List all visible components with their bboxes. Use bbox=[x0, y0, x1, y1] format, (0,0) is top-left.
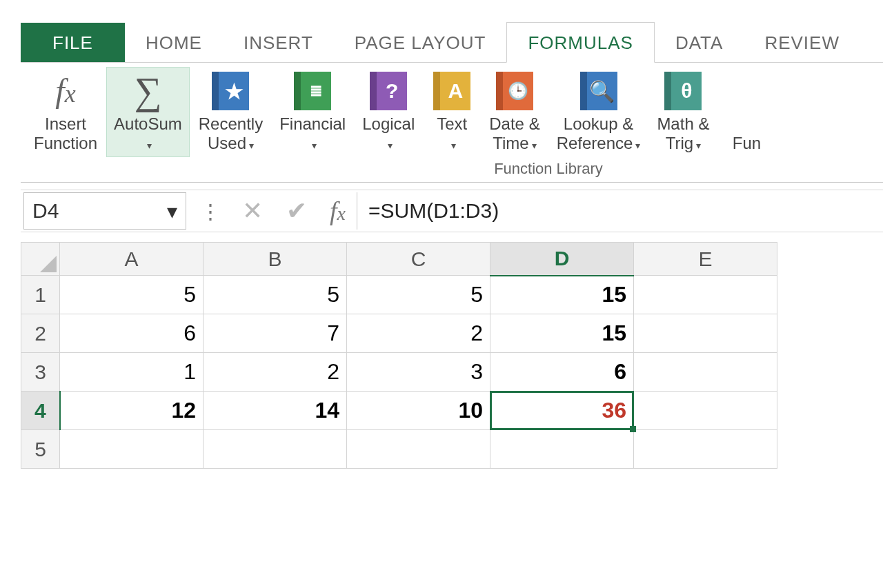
col-header-E[interactable]: E bbox=[634, 243, 777, 276]
cell-B2[interactable]: 7 bbox=[204, 314, 347, 353]
cell-A5[interactable] bbox=[60, 430, 204, 469]
col-header-A[interactable]: A bbox=[60, 243, 204, 276]
cell-E3[interactable] bbox=[634, 353, 777, 392]
insert-function-button[interactable]: fx InsertFunction bbox=[26, 67, 105, 157]
row-header-5[interactable]: 5 bbox=[21, 430, 60, 469]
row-header-4[interactable]: 4 bbox=[21, 392, 60, 430]
tab-review[interactable]: REVIEW bbox=[744, 23, 846, 62]
col-header-C[interactable]: C bbox=[347, 243, 490, 276]
formula-bar-row: D4 ▾ ⋮ ✕ ✔ fx =SUM(D1:D3) bbox=[21, 190, 883, 232]
function-library-group: fx InsertFunction ∑ AutoSum▾ ★ RecentlyU… bbox=[21, 67, 883, 157]
cell-D1[interactable]: 15 bbox=[490, 276, 634, 314]
row-header-2[interactable]: 2 bbox=[21, 314, 60, 353]
cell-A1[interactable]: 5 bbox=[60, 276, 204, 314]
dropdown-caret-icon: ▾ bbox=[696, 140, 701, 151]
cell-B1[interactable]: 5 bbox=[204, 276, 347, 314]
name-box-dropdown-icon[interactable]: ▾ bbox=[167, 199, 177, 223]
ribbon: fx InsertFunction ∑ AutoSum▾ ★ RecentlyU… bbox=[21, 62, 883, 183]
ribbon-tabs: FILE HOME INSERT PAGE LAYOUT FORMULAS DA… bbox=[21, 21, 883, 62]
calendar-book-icon: 🕒 bbox=[494, 70, 535, 112]
sigma-icon: ∑ bbox=[127, 70, 168, 112]
autosum-label: AutoSum bbox=[114, 114, 182, 133]
cell-E4[interactable] bbox=[634, 392, 777, 430]
cell-B4[interactable]: 14 bbox=[204, 392, 347, 430]
financial-button[interactable]: ≣ Financial▾ bbox=[272, 67, 353, 157]
cancel-formula-button[interactable]: ✕ bbox=[230, 196, 275, 225]
lookup-ref-label-2: Reference bbox=[557, 134, 633, 152]
date-time-button[interactable]: 🕒 Date &Time ▾ bbox=[482, 67, 547, 157]
dropdown-caret-icon: ▾ bbox=[249, 140, 254, 151]
fx-icon: fx bbox=[45, 70, 86, 112]
insert-function-fx-button[interactable]: fx bbox=[319, 196, 357, 226]
tab-data[interactable]: DATA bbox=[655, 23, 744, 62]
text-button[interactable]: A Text▾ bbox=[424, 67, 480, 157]
cell-C5[interactable] bbox=[347, 430, 490, 469]
math-trig-button[interactable]: θ Math &Trig ▾ bbox=[649, 67, 717, 157]
tab-insert[interactable]: INSERT bbox=[223, 23, 334, 62]
recently-used-label-1: Recently bbox=[199, 114, 263, 133]
theta-book-icon: θ bbox=[662, 70, 704, 112]
cell-E2[interactable] bbox=[634, 314, 777, 353]
tab-home[interactable]: HOME bbox=[125, 23, 223, 62]
star-book-icon: ★ bbox=[210, 70, 251, 112]
select-all-corner[interactable] bbox=[21, 243, 60, 276]
cell-E1[interactable] bbox=[634, 276, 777, 314]
dropdown-caret-icon: ▾ bbox=[147, 140, 152, 151]
name-box-resize-handle[interactable]: ⋮ bbox=[190, 199, 230, 223]
row-header-1[interactable]: 1 bbox=[21, 276, 60, 314]
formula-bar-input[interactable]: =SUM(D1:D3) bbox=[357, 192, 883, 230]
recently-used-button[interactable]: ★ RecentlyUsed ▾ bbox=[191, 67, 270, 157]
insert-function-label-1: Insert bbox=[45, 114, 86, 133]
dropdown-caret-icon: ▾ bbox=[532, 140, 537, 151]
excel-window: FILE HOME INSERT PAGE LAYOUT FORMULAS DA… bbox=[0, 21, 883, 588]
text-book-icon: A bbox=[431, 70, 473, 112]
ribbon-group-caption: Function Library bbox=[214, 160, 883, 178]
search-book-icon: 🔍 bbox=[578, 70, 619, 112]
cell-C4[interactable]: 10 bbox=[347, 392, 490, 430]
logical-label: Logical bbox=[362, 114, 415, 133]
cell-D4[interactable]: 36 bbox=[490, 392, 634, 430]
name-box-value: D4 bbox=[32, 199, 59, 223]
cell-A4[interactable]: 12 bbox=[60, 392, 204, 430]
recently-used-label-2: Used bbox=[208, 134, 246, 152]
col-header-D[interactable]: D bbox=[490, 243, 634, 276]
math-trig-label-2: Trig bbox=[666, 134, 693, 152]
more-functions-label: Fun bbox=[733, 134, 761, 152]
coins-book-icon: ≣ bbox=[292, 70, 333, 112]
cell-C2[interactable]: 2 bbox=[347, 314, 490, 353]
dropdown-caret-icon: ▾ bbox=[451, 140, 456, 151]
cell-B3[interactable]: 2 bbox=[204, 353, 347, 392]
cell-E5[interactable] bbox=[634, 430, 777, 469]
lookup-ref-label-1: Lookup & bbox=[564, 114, 633, 133]
financial-label: Financial bbox=[279, 114, 346, 133]
cell-B5[interactable] bbox=[204, 430, 347, 469]
math-trig-label-1: Math & bbox=[657, 114, 709, 133]
dropdown-caret-icon: ▾ bbox=[635, 140, 640, 151]
spreadsheet-grid: A B C D E 1 5 5 5 15 2 6 7 2 15 bbox=[21, 242, 883, 469]
dropdown-caret-icon: ▾ bbox=[312, 140, 317, 151]
row-header-3[interactable]: 3 bbox=[21, 353, 60, 392]
tab-file[interactable]: FILE bbox=[21, 23, 125, 62]
insert-function-label-2: Function bbox=[34, 134, 97, 152]
col-header-B[interactable]: B bbox=[204, 243, 347, 276]
cell-D2[interactable]: 15 bbox=[490, 314, 634, 353]
question-book-icon: ? bbox=[368, 70, 409, 112]
autosum-button[interactable]: ∑ AutoSum▾ bbox=[106, 67, 190, 157]
cell-A2[interactable]: 6 bbox=[60, 314, 204, 353]
date-time-label-1: Date & bbox=[489, 114, 539, 133]
name-box[interactable]: D4 ▾ bbox=[23, 192, 186, 230]
cell-C1[interactable]: 5 bbox=[347, 276, 490, 314]
more-functions-button[interactable]: Fun bbox=[718, 67, 768, 157]
cell-A3[interactable]: 1 bbox=[60, 353, 204, 392]
cell-C3[interactable]: 3 bbox=[347, 353, 490, 392]
enter-formula-button[interactable]: ✔ bbox=[275, 196, 319, 225]
tab-formulas[interactable]: FORMULAS bbox=[506, 22, 654, 63]
logical-button[interactable]: ? Logical▾ bbox=[355, 67, 422, 157]
tab-page-layout[interactable]: PAGE LAYOUT bbox=[334, 23, 507, 62]
cell-D5[interactable] bbox=[490, 430, 634, 469]
more-icon bbox=[726, 70, 767, 112]
cell-D3[interactable]: 6 bbox=[490, 353, 634, 392]
dropdown-caret-icon: ▾ bbox=[388, 140, 393, 151]
lookup-reference-button[interactable]: 🔍 Lookup &Reference ▾ bbox=[549, 67, 648, 157]
text-label: Text bbox=[437, 114, 467, 133]
